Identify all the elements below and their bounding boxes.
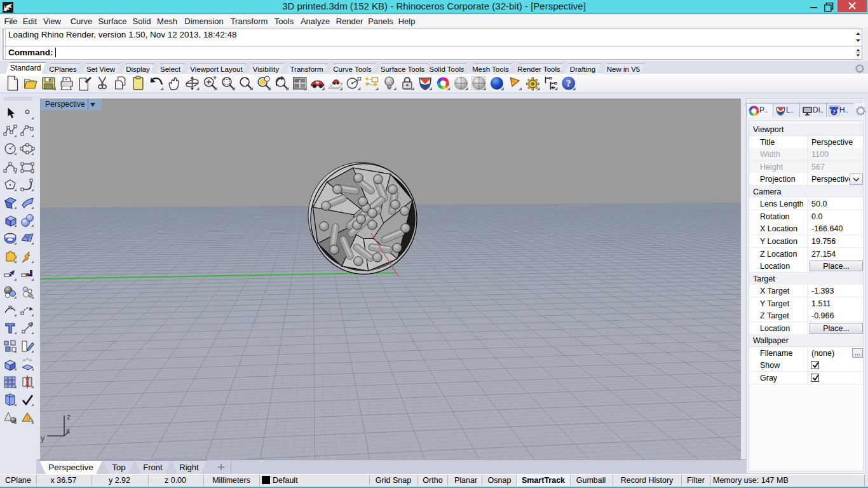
svg-text:?: ? bbox=[566, 78, 571, 88]
svg-text:?: ? bbox=[832, 109, 836, 116]
svg-text:z: z bbox=[67, 412, 71, 421]
svg-text:y: y bbox=[41, 434, 44, 443]
svg-text:x: x bbox=[66, 426, 70, 435]
